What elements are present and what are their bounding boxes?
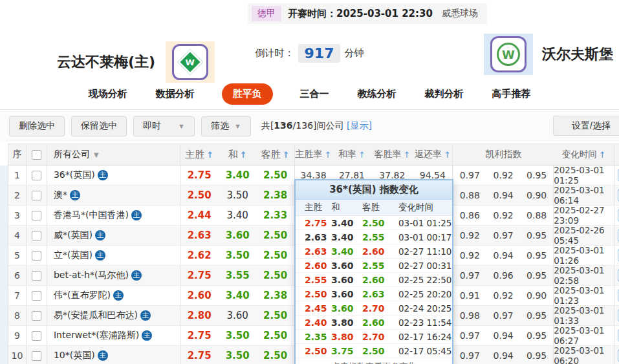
row-checkbox-cell[interactable] bbox=[27, 346, 47, 364]
row-checkbox-cell[interactable] bbox=[27, 266, 47, 285]
home-odds-cell[interactable]: 2.75 bbox=[180, 166, 219, 185]
left-gutter bbox=[0, 166, 8, 364]
popup-away-odds: 2.50 bbox=[362, 218, 398, 228]
company-cell[interactable]: Interwet*(塞浦路斯) 主 bbox=[47, 326, 180, 345]
home-odds-cell[interactable]: 2.63 bbox=[180, 226, 219, 245]
draw-odds-cell[interactable]: 3.40 bbox=[219, 286, 257, 305]
row-checkbox-cell[interactable] bbox=[27, 186, 47, 205]
away-odds-cell[interactable]: 2.50 bbox=[257, 246, 295, 265]
main-company-icon: 主 bbox=[142, 330, 152, 341]
draw-odds-cell[interactable]: 3.40 bbox=[219, 206, 257, 225]
filter-dropdown[interactable]: 筛选 ▼ bbox=[201, 116, 251, 136]
home-odds-cell[interactable]: 2.44 bbox=[180, 206, 219, 225]
header-home-rate[interactable]: 主胜率↑ bbox=[295, 144, 332, 165]
away-odds-cell[interactable]: 2.50 bbox=[257, 306, 295, 325]
company-name: bet-at-h*(马尔他) bbox=[54, 270, 129, 281]
row-index: 1 bbox=[8, 166, 27, 185]
kelly-away-cell: 0.95 bbox=[520, 326, 554, 345]
company-cell[interactable]: 立*(英国) 主 bbox=[47, 246, 180, 265]
nav-tab[interactable]: 高手推荐 bbox=[491, 83, 532, 105]
header-draw[interactable]: 和↑ bbox=[219, 144, 257, 165]
row-index: 4 bbox=[8, 226, 27, 245]
home-odds-cell[interactable]: 2.75 bbox=[180, 326, 219, 345]
popup-home-odds: 2.55 bbox=[296, 275, 331, 285]
change-time-cell: 2025-03-01 01:25 bbox=[554, 166, 614, 185]
header-away-rate[interactable]: 客胜率↑ bbox=[371, 144, 413, 165]
popup-away-odds: 2.60 bbox=[362, 317, 398, 328]
company-cell[interactable]: 伟*(直布罗陀) 主 bbox=[47, 286, 180, 305]
company-cell[interactable]: 澳* 主 bbox=[47, 186, 180, 205]
away-odds-cell[interactable]: 2.33 bbox=[257, 206, 295, 225]
header-return-rate[interactable]: 返还率↑ bbox=[413, 144, 453, 165]
home-odds-cell[interactable]: 2.62 bbox=[180, 246, 219, 265]
draw-odds-cell[interactable]: 3.40 bbox=[219, 166, 257, 185]
row-checkbox-cell[interactable] bbox=[27, 246, 47, 265]
header-away-win[interactable]: 客胜↑ bbox=[257, 144, 295, 165]
company-cell[interactable]: 香港马*(中国香港) 主 bbox=[47, 206, 180, 225]
home-odds-cell[interactable]: 2.75 bbox=[180, 346, 219, 364]
countdown-value: 917 bbox=[298, 44, 341, 63]
nav-tab[interactable]: 数据分析 bbox=[155, 83, 196, 105]
home-odds-cell[interactable]: 2.75 bbox=[180, 266, 219, 285]
table-toolbar: 删除选中 保留选中 即时 ▼ 筛选 ▼ 共[136/136]间公司 [显示] 设… bbox=[0, 111, 619, 142]
row-checkbox-cell[interactable] bbox=[27, 166, 47, 185]
header-draw-rate[interactable]: 和率↑ bbox=[332, 144, 371, 165]
nav-tab[interactable]: 裁判分析 bbox=[424, 83, 465, 105]
draw-odds-cell[interactable]: 3.50 bbox=[219, 326, 257, 345]
header-home-win[interactable]: 主胜↑ bbox=[180, 144, 219, 165]
keep-selected-button[interactable]: 保留选中 bbox=[71, 116, 127, 136]
away-odds-cell[interactable]: 2.38 bbox=[257, 286, 295, 305]
nav-tab[interactable]: 现场分析 bbox=[87, 83, 129, 105]
company-cell[interactable]: bet-at-h*(马尔他) 主 bbox=[47, 266, 180, 285]
away-odds-cell[interactable]: 2.50 bbox=[257, 166, 295, 185]
popup-header-row: 主胜 和 客胜 变化时间 bbox=[296, 200, 452, 216]
show-link[interactable]: [显示] bbox=[347, 120, 372, 131]
sort-up-icon: ↑ bbox=[358, 150, 365, 160]
header-change-time[interactable]: 变化时间↑ bbox=[554, 144, 614, 165]
away-odds-cell[interactable]: 2.38 bbox=[257, 186, 295, 205]
draw-odds-cell[interactable]: 3.60 bbox=[219, 306, 257, 325]
draw-odds-cell[interactable]: 3.55 bbox=[219, 266, 257, 285]
nav-tab[interactable]: 胜平负 bbox=[222, 83, 273, 105]
home-odds-cell[interactable]: 2.50 bbox=[180, 186, 219, 205]
company-cell[interactable]: 36*(英国) 主 bbox=[47, 166, 180, 185]
row-checkbox-cell[interactable] bbox=[27, 226, 47, 245]
main-company-icon: 主 bbox=[140, 310, 151, 321]
odds-mode-dropdown[interactable]: 即时 ▼ bbox=[133, 116, 195, 136]
company-name: 易*(安提瓜和巴布达) bbox=[54, 310, 138, 321]
row-checkbox-cell[interactable] bbox=[27, 286, 47, 305]
away-odds-cell[interactable]: 2.50 bbox=[257, 346, 295, 364]
kickoff-label: 开赛时间： bbox=[288, 8, 336, 19]
delete-selected-button[interactable]: 删除选中 bbox=[9, 116, 65, 136]
league-badge: 德甲 bbox=[252, 6, 281, 21]
kelly-away-cell: 0.90 bbox=[520, 186, 554, 205]
team-header: 云达不莱梅(主) W 倒计时：917分钟 W 沃尔夫斯堡 bbox=[0, 26, 619, 79]
company-cell[interactable]: 10*(英国) 主 bbox=[47, 346, 180, 364]
away-odds-cell[interactable]: 2.50 bbox=[257, 226, 295, 245]
away-odds-cell[interactable]: 2.50 bbox=[257, 326, 295, 345]
header-company[interactable]: 所有公司▼ bbox=[47, 144, 180, 165]
popup-row: 2.50 3.60 2.63 02-25 20:20 bbox=[296, 287, 452, 301]
row-checkbox bbox=[32, 271, 41, 281]
venue-name: 威悉球场 bbox=[442, 8, 478, 19]
row-checkbox-cell[interactable] bbox=[27, 326, 47, 345]
draw-odds-cell[interactable]: 3.50 bbox=[219, 186, 257, 205]
company-cell[interactable]: 威*(英国) 主 bbox=[47, 226, 180, 245]
header-checkbox[interactable] bbox=[27, 144, 47, 165]
row-checkbox-cell[interactable] bbox=[27, 206, 47, 225]
draw-odds-cell[interactable]: 3.50 bbox=[219, 246, 257, 265]
popup-draw-odds: 3.60 bbox=[331, 303, 362, 314]
settings-select-button[interactable]: 设置/选择 bbox=[553, 116, 619, 136]
draw-odds-cell[interactable]: 3.50 bbox=[219, 346, 257, 364]
home-odds-cell[interactable]: 2.80 bbox=[180, 306, 219, 325]
company-cell[interactable]: 易*(安提瓜和巴布达) 主 bbox=[47, 306, 180, 325]
nav-tab[interactable]: 教练分析 bbox=[356, 83, 398, 105]
away-odds-cell[interactable]: 2.50 bbox=[257, 266, 295, 285]
next-column-sliver bbox=[614, 346, 619, 364]
draw-odds-cell[interactable]: 3.60 bbox=[219, 226, 257, 245]
nav-tab[interactable]: 三合一 bbox=[299, 83, 331, 105]
main-company-icon: 主 bbox=[113, 290, 124, 301]
home-odds-cell[interactable]: 2.60 bbox=[180, 286, 219, 305]
odds-change-popup: 36*(英国) 指数变化 主胜 和 客胜 变化时间 2.75 3.40 2.50… bbox=[294, 179, 453, 364]
row-checkbox-cell[interactable] bbox=[27, 306, 47, 325]
